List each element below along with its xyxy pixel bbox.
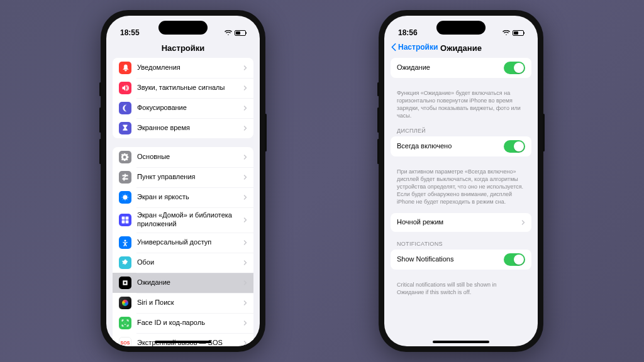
settings-row[interactable]: Всегда включено xyxy=(391,136,531,156)
row-label: Экранное время xyxy=(137,124,243,133)
row-label: Основные xyxy=(137,153,243,162)
power-button xyxy=(543,114,545,151)
chevron-right-icon xyxy=(243,239,247,246)
settings-row[interactable]: Face ID и код-пароль xyxy=(113,313,253,333)
volume-up xyxy=(377,107,379,133)
toggle-switch[interactable] xyxy=(504,140,525,153)
row-label: Show Notifications xyxy=(397,255,504,264)
volume-down xyxy=(377,139,379,164)
settings-row[interactable]: Show Notifications xyxy=(391,250,531,270)
nav-header: Настройки xyxy=(106,41,260,58)
row-label: Обои xyxy=(137,258,243,267)
settings-row[interactable]: Siri и Поиск xyxy=(113,293,253,313)
faceid-icon xyxy=(119,317,131,329)
row-label: Siri и Поиск xyxy=(137,299,243,307)
settings-group: Всегда включено xyxy=(391,136,531,156)
row-label: Универсальный доступ xyxy=(137,238,243,247)
row-label: Экран «Домой» и библиотека приложений xyxy=(137,211,243,229)
settings-row[interactable]: Уведомления xyxy=(113,58,253,78)
chevron-right-icon xyxy=(243,154,247,160)
sos-icon: SOS xyxy=(119,337,131,347)
page-title: Настройки xyxy=(162,43,205,53)
settings-group: Show Notifications xyxy=(391,250,531,270)
settings-group: Ночной режим xyxy=(391,213,531,232)
phone-left: 18:55 Настройки УведомленияЗвуки, тактил… xyxy=(101,10,265,352)
chevron-right-icon xyxy=(243,194,247,200)
back-label: Настройки xyxy=(398,43,438,52)
settings-row[interactable]: Пункт управления xyxy=(113,167,253,187)
chevron-right-icon xyxy=(243,65,247,71)
section-footer: Функция «Ожидание» будет включаться на г… xyxy=(391,87,531,128)
screen-left: 18:55 Настройки УведомленияЗвуки, тактил… xyxy=(106,16,260,346)
settings-row[interactable]: Экранное время xyxy=(113,118,253,138)
flower-icon xyxy=(119,256,131,269)
settings-row[interactable]: Обои xyxy=(113,253,253,273)
wifi-icon xyxy=(502,30,510,36)
toggle-switch[interactable] xyxy=(504,253,525,266)
settings-row[interactable]: Экран «Домой» и библиотека приложений xyxy=(113,207,253,233)
chevron-right-icon xyxy=(243,217,247,223)
chevron-right-icon xyxy=(243,300,247,306)
screen-right: 18:56 Настройки Ожидание ОжиданиеФункция… xyxy=(384,16,538,346)
chevron-right-icon xyxy=(243,340,247,346)
home-indicator[interactable] xyxy=(433,341,489,343)
settings-row[interactable]: Фокусирование xyxy=(113,98,253,118)
settings-row[interactable]: SOSЭкстренный вызов — SOS xyxy=(113,333,253,347)
chevron-right-icon xyxy=(243,260,247,266)
sun-icon xyxy=(119,191,131,204)
toggle-switch[interactable] xyxy=(504,62,525,74)
section-footer: Critical notifications will still be sho… xyxy=(391,278,531,304)
gear-icon xyxy=(119,151,131,163)
status-time: 18:56 xyxy=(398,28,418,37)
row-label: Ожидание xyxy=(137,278,243,287)
settings-row[interactable]: Экран и яркость xyxy=(113,187,253,207)
chevron-right-icon xyxy=(243,105,247,111)
battery-icon xyxy=(235,30,246,36)
standby-icon xyxy=(119,277,131,289)
settings-list[interactable]: УведомленияЗвуки, тактильные сигналыФоку… xyxy=(106,58,260,346)
row-label: Пункт управления xyxy=(137,173,243,182)
volume-down xyxy=(99,139,101,164)
chevron-right-icon xyxy=(243,125,247,131)
grid-icon xyxy=(119,214,131,226)
standby-list[interactable]: ОжиданиеФункция «Ожидание» будет включат… xyxy=(384,58,538,304)
settings-row[interactable]: Ожидание xyxy=(391,58,531,78)
section-header: ДИСПЛЕЙ xyxy=(391,128,531,136)
dynamic-island xyxy=(436,21,486,35)
settings-group: УведомленияЗвуки, тактильные сигналыФоку… xyxy=(113,58,253,138)
chevron-right-icon xyxy=(243,85,247,91)
settings-group: ОсновныеПункт управленияЭкран и яркостьЭ… xyxy=(113,147,253,346)
chevron-right-icon xyxy=(243,174,247,180)
row-label: Уведомления xyxy=(137,63,243,72)
row-label: Face ID и код-пароль xyxy=(137,319,243,327)
phone-right: 18:56 Настройки Ожидание ОжиданиеФункция… xyxy=(379,10,543,352)
sliders-icon xyxy=(119,171,131,184)
settings-row[interactable]: Основные xyxy=(113,147,253,167)
row-label: Экран и яркость xyxy=(137,193,243,202)
nav-header: Настройки Ожидание xyxy=(384,41,538,58)
siri-icon xyxy=(119,297,131,309)
page-title: Ожидание xyxy=(440,43,482,53)
row-label: Ночной режим xyxy=(397,218,521,227)
wifi-icon xyxy=(225,30,232,36)
row-label: Ожидание xyxy=(397,63,504,72)
volume-up xyxy=(99,107,101,133)
settings-row[interactable]: Звуки, тактильные сигналы xyxy=(113,78,253,98)
speaker-icon xyxy=(119,82,131,94)
section-header: NOTIFICATIONS xyxy=(391,241,531,250)
dynamic-island xyxy=(158,21,208,35)
home-indicator[interactable] xyxy=(155,341,211,343)
row-label: Звуки, тактильные сигналы xyxy=(137,84,243,92)
settings-row[interactable]: Ожидание xyxy=(113,273,253,293)
chevron-right-icon xyxy=(521,219,525,226)
back-button[interactable]: Настройки xyxy=(391,43,438,52)
silent-switch xyxy=(99,82,101,96)
silent-switch xyxy=(377,82,379,96)
settings-row[interactable]: Ночной режим xyxy=(391,213,531,232)
settings-row[interactable]: Универсальный доступ xyxy=(113,233,253,253)
status-time: 18:55 xyxy=(120,28,140,37)
access-icon xyxy=(119,236,131,249)
chevron-right-icon xyxy=(243,280,247,286)
row-label: Фокусирование xyxy=(137,104,243,112)
hourglass-icon xyxy=(119,122,131,134)
